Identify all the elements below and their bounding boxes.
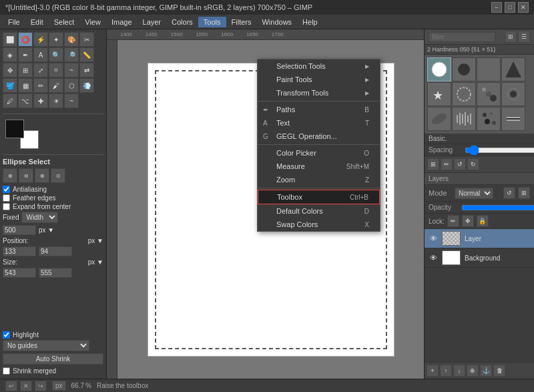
- lower-layer-icon[interactable]: ↓: [453, 365, 465, 377]
- expand-checkbox[interactable]: [3, 203, 10, 210]
- mode-extra-1[interactable]: ↺: [503, 187, 515, 199]
- dd-default-colors[interactable]: Default Colors D: [258, 204, 380, 218]
- menu-filters[interactable]: Filters: [226, 17, 257, 27]
- antialiasing-checkbox[interactable]: [3, 186, 10, 193]
- fixed-value-input[interactable]: [3, 225, 36, 235]
- menu-select[interactable]: Select: [49, 17, 80, 27]
- tool-move[interactable]: ✥: [3, 63, 17, 77]
- brush-item-4[interactable]: [501, 57, 525, 81]
- tool-eraser[interactable]: ⬡: [64, 78, 79, 93]
- tool-bucket[interactable]: 🪣: [3, 78, 17, 93]
- brush-item-9[interactable]: [427, 107, 451, 131]
- tool-smudge[interactable]: ~: [64, 93, 79, 108]
- brush-item-1[interactable]: [427, 57, 451, 81]
- maximize-button[interactable]: □: [505, 2, 515, 13]
- tool-ink[interactable]: 🖊: [3, 93, 17, 108]
- tool-paintbrush[interactable]: 🖌: [49, 78, 63, 93]
- brush-item-8[interactable]: [501, 82, 525, 106]
- mode-btn-4[interactable]: ⊙: [51, 168, 65, 183]
- mode-btn-3[interactable]: ⊗: [35, 168, 49, 183]
- menu-edit[interactable]: Edit: [25, 17, 49, 27]
- panel-tool-4[interactable]: ↻: [467, 158, 479, 170]
- feather-checkbox[interactable]: [3, 194, 10, 202]
- tool-zoom[interactable]: 🔎: [64, 47, 79, 62]
- mode-btn-1[interactable]: ⊕: [3, 168, 17, 183]
- menu-colors[interactable]: Colors: [166, 17, 198, 27]
- tool-blend[interactable]: ▦: [18, 78, 33, 93]
- guides-select[interactable]: No guides: [3, 340, 89, 351]
- menu-layer[interactable]: Layer: [138, 17, 167, 27]
- brush-item-10[interactable]: [452, 107, 476, 131]
- close-button[interactable]: ✕: [518, 2, 529, 13]
- menu-help[interactable]: Help: [297, 17, 323, 27]
- delete-button[interactable]: ✕: [20, 381, 32, 391]
- redo-button[interactable]: ↪: [35, 381, 47, 391]
- x-position-input[interactable]: [3, 246, 36, 256]
- tool-transform[interactable]: ⤢: [33, 63, 48, 77]
- delete-layer-icon[interactable]: 🗑: [493, 365, 505, 377]
- brush-item-6[interactable]: [452, 82, 476, 106]
- brush-item-5[interactable]: ★: [427, 82, 451, 106]
- layer-row-1[interactable]: 👁 Layer: [425, 229, 534, 248]
- brush-item-7[interactable]: [477, 82, 501, 106]
- tool-warp[interactable]: ~: [64, 63, 79, 77]
- anchor-layer-icon[interactable]: ⚓: [480, 365, 492, 377]
- dd-zoom[interactable]: Zoom Z: [258, 173, 380, 186]
- raise-layer-icon[interactable]: ↑: [440, 365, 452, 377]
- fg-bg-colors[interactable]: [5, 120, 39, 149]
- tool-flip[interactable]: ⇄: [79, 63, 94, 77]
- tool-free-select[interactable]: ⚡: [33, 32, 48, 47]
- dd-gegl[interactable]: G GEGL Operation...: [258, 130, 380, 143]
- brush-item-12[interactable]: [501, 107, 525, 131]
- tool-airbrush[interactable]: 💨: [79, 78, 94, 93]
- layer-eye-1[interactable]: 👁: [429, 234, 438, 243]
- tool-align[interactable]: ⊞: [18, 63, 33, 77]
- mode-select[interactable]: Normal Multiply Screen: [455, 188, 493, 199]
- panel-tool-1[interactable]: ⊞: [427, 158, 439, 170]
- dd-swap-colors[interactable]: Swap Colors X: [258, 218, 380, 231]
- tool-dodge[interactable]: ☀: [49, 93, 63, 108]
- panel-tool-2[interactable]: ✏: [441, 158, 453, 170]
- tool-heal[interactable]: ✚: [33, 93, 48, 108]
- duplicate-layer-icon[interactable]: ⊕: [467, 365, 479, 377]
- tool-select-by-color[interactable]: 🎨: [64, 32, 79, 47]
- dd-transform-tools[interactable]: Transform Tools: [258, 86, 380, 100]
- tool-color-picker[interactable]: 🔍: [49, 47, 63, 62]
- dd-toolbox[interactable]: Toolbox Ctrl+B: [258, 190, 380, 204]
- highlight-checkbox[interactable]: [3, 331, 10, 339]
- menu-tools[interactable]: Tools: [198, 17, 226, 27]
- shrink-merged-checkbox[interactable]: [3, 367, 10, 375]
- mode-btn-2[interactable]: ⊖: [19, 168, 33, 183]
- tool-fuzzy-select[interactable]: ✦: [49, 32, 63, 47]
- fixed-select[interactable]: Width Height Size: [21, 212, 58, 223]
- undo-button[interactable]: ↩: [5, 381, 17, 391]
- menu-file[interactable]: File: [3, 17, 25, 27]
- width-input[interactable]: [3, 268, 36, 278]
- tool-measure[interactable]: 📏: [79, 47, 94, 62]
- auto-shrink-button[interactable]: Auto Shrink: [3, 353, 103, 365]
- dd-selection-tools[interactable]: Selection Tools: [258, 59, 380, 73]
- minimize-button[interactable]: –: [491, 2, 502, 13]
- lock-pixels-icon[interactable]: ✏: [447, 215, 459, 227]
- add-layer-icon[interactable]: +: [427, 365, 439, 377]
- tool-scissors[interactable]: ✂: [79, 32, 94, 47]
- foreground-color[interactable]: [5, 120, 24, 138]
- dd-measure[interactable]: Measure Shift+M: [258, 160, 380, 173]
- list-view-icon[interactable]: ☰: [518, 31, 530, 43]
- dd-paths[interactable]: ✒ Paths B: [258, 103, 380, 116]
- brush-item-3[interactable]: [477, 57, 501, 81]
- dd-paint-tools[interactable]: Paint Tools: [258, 73, 380, 86]
- menu-image[interactable]: Image: [106, 17, 138, 27]
- tool-foreground-select[interactable]: ◈: [3, 47, 17, 62]
- tool-rect-select[interactable]: ⬜: [3, 32, 17, 47]
- panel-tool-3[interactable]: ↺: [454, 158, 466, 170]
- dd-color-picker[interactable]: Color Picker O: [258, 146, 380, 160]
- y-position-input[interactable]: [39, 246, 72, 256]
- spacing-slider[interactable]: [465, 147, 534, 154]
- lock-position-icon[interactable]: ✥: [462, 215, 474, 227]
- tool-cage[interactable]: ⌗: [49, 63, 63, 77]
- layer-eye-2[interactable]: 👁: [429, 253, 438, 262]
- status-unit[interactable]: px: [52, 381, 66, 391]
- dd-text[interactable]: A Text T: [258, 116, 380, 130]
- brush-item-11[interactable]: [477, 107, 501, 131]
